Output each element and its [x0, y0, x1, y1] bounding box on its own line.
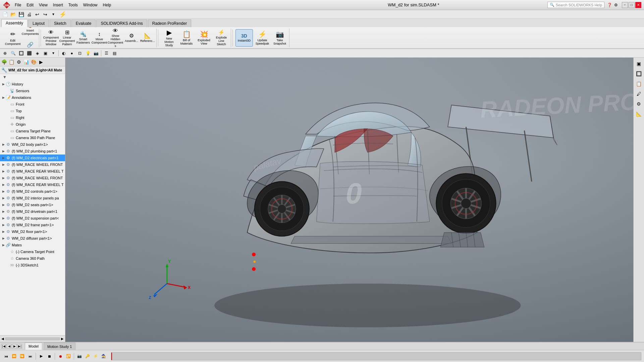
- tree-item-wheel-rear2[interactable]: ▶ ⚙ (f) WM_RACE REAR WHEEL T: [0, 181, 65, 188]
- rp-sketch-panel[interactable]: 🖊: [634, 89, 644, 99]
- tree-item-wheel-front2[interactable]: ▶ ⚙ (f) WM_RACE WHEEL FRONT: [0, 175, 65, 181]
- tree-tb-propmgr[interactable]: 📋: [8, 59, 15, 65]
- tree-item-diffuser[interactable]: ▶ ⚙ WM_D2 diffuser part<1>: [0, 235, 65, 242]
- tree-item-front[interactable]: ▭ Front: [0, 101, 65, 108]
- tl-play[interactable]: ▶: [38, 353, 45, 360]
- vt-camera[interactable]: 📷: [92, 50, 100, 57]
- reference-geometry-button[interactable]: 📐 Referenc...: [140, 29, 155, 47]
- tree-item-wheel-rear1[interactable]: ▶ ⚙ (f) WM_RACE REAR WHEEL T: [0, 168, 65, 175]
- component-preview-button[interactable]: 👁 ComponentPreview Window: [44, 29, 58, 47]
- save-button[interactable]: 💾: [17, 11, 25, 18]
- vt-edges[interactable]: ◈: [34, 50, 41, 57]
- tab-nav-prev[interactable]: ◀: [7, 344, 11, 349]
- tl-stop[interactable]: ⏹: [46, 353, 53, 360]
- menu-tools[interactable]: Tools: [66, 1, 80, 9]
- tl-record[interactable]: ⏺: [57, 353, 64, 360]
- tree-item-floor[interactable]: ▶ ⚙ WM_D2 floor part<1>: [0, 228, 65, 235]
- insert-components-button[interactable]: 📦 InsertComponents: [23, 27, 38, 37]
- new-motion-study-button[interactable]: ▶ New MotionStudy: [161, 29, 177, 47]
- rp-task-panel[interactable]: 📋: [634, 79, 644, 88]
- rp-feature-panel[interactable]: ⚙: [634, 99, 644, 109]
- solidworks-icon[interactable]: ⚡: [59, 11, 66, 18]
- tree-item-top[interactable]: ▭ Top: [0, 108, 65, 114]
- options-arrow[interactable]: ▼: [50, 11, 57, 18]
- viewport[interactable]: RADEON PRO: [65, 58, 633, 342]
- tree-item-wm-d2-plumbing[interactable]: ▶ ⚙ (f) WM_D2 plumbing part<1: [0, 148, 65, 155]
- menu-file[interactable]: File: [12, 1, 24, 9]
- update-speedpak-button[interactable]: ⚡ UpdateSpeedpak: [254, 29, 270, 47]
- scroll-right[interactable]: ▶: [61, 337, 64, 341]
- tab-nav-next[interactable]: ▶: [12, 344, 17, 349]
- tree-item-3dsketch1[interactable]: 3D (-) 3DSketch1: [0, 262, 65, 268]
- bill-of-materials-button[interactable]: 📋 Bill ofMaterials: [178, 29, 195, 47]
- settings-icon[interactable]: ⚙: [614, 3, 618, 7]
- tree-item-drivetrain[interactable]: ▶ ⚙ (f) WM_D2 drivetrain part<1: [0, 208, 65, 215]
- vt-display-mode[interactable]: ▼: [50, 50, 57, 57]
- tree-tb-expand[interactable]: ▶: [38, 59, 44, 65]
- rp-display-panel[interactable]: 🔲: [634, 69, 644, 78]
- tab-nav-first[interactable]: |◀: [1, 344, 6, 349]
- rp-reference-panel[interactable]: 📐: [634, 109, 644, 119]
- vt-ambient[interactable]: ●: [68, 50, 75, 57]
- tree-item-camera-360-path-plane[interactable]: ▭ Camera 360 Path Plane: [0, 134, 65, 141]
- undo-button[interactable]: ↩: [34, 11, 41, 18]
- tab-addins[interactable]: SOLIDWORKS Add-Ins: [96, 19, 147, 27]
- tree-item-history[interactable]: ▶ 🕐 History: [0, 81, 65, 87]
- tree-item-controls[interactable]: ▶ ⚙ (f) WM_D2 controls part<1>: [0, 188, 65, 195]
- tree-item-suspension[interactable]: ▶ ⚙ (f) WM_D2 suspension part<: [0, 215, 65, 222]
- tree-item-annotations[interactable]: ▶ 📝 Annotations: [0, 94, 65, 101]
- menu-help[interactable]: Help: [100, 1, 114, 9]
- vt-zoom-fit[interactable]: ⊕: [1, 50, 9, 57]
- tree-item-wm-d2-body[interactable]: ▶ ⚙ WM_D2 body part<1>: [0, 141, 65, 148]
- tree-item-origin[interactable]: ✛ Origin: [0, 121, 65, 128]
- help-icon[interactable]: ❓: [607, 3, 612, 7]
- redo-button[interactable]: ↪: [42, 11, 49, 18]
- tree-tb-configmgr[interactable]: ⚙: [15, 59, 22, 65]
- instant3d-button[interactable]: 3D Instant3D: [235, 29, 253, 47]
- tree-item-mates[interactable]: ▶ 🔗 Mates: [0, 242, 65, 248]
- minimize-button[interactable]: −: [622, 2, 628, 8]
- vt-zoom-window[interactable]: 🔍: [9, 50, 17, 57]
- tree-item-sensors[interactable]: 📡 Sensors: [0, 87, 65, 94]
- tab-assembly[interactable]: Assembly: [1, 19, 28, 27]
- tree-item-right[interactable]: ▭ Right: [0, 114, 65, 121]
- tl-key[interactable]: 🔑: [84, 353, 91, 360]
- print-button[interactable]: 🖨: [25, 11, 33, 18]
- tree-item-seats[interactable]: ▶ ⚙ (f) WM_D2 seats part<1>: [0, 201, 65, 208]
- smart-fasteners-button[interactable]: 🔩 SmartFasteners: [76, 29, 91, 47]
- edit-component-button[interactable]: ✏ EditComponent: [4, 29, 21, 47]
- tl-ff-end[interactable]: ⏭: [27, 353, 34, 360]
- tab-evaluate[interactable]: Evaluate: [71, 19, 96, 27]
- vt-render[interactable]: ▤: [111, 50, 118, 57]
- tree-item-wheel-front1[interactable]: ▶ ⚙ (f) WM_RACE WHEEL FRONT: [0, 161, 65, 168]
- vt-hidden[interactable]: ▣: [42, 50, 49, 57]
- search-box[interactable]: 🔍 Search SOLIDWORKS Help: [547, 2, 604, 8]
- scroll-track[interactable]: [5, 338, 60, 340]
- tab-motion-study-1[interactable]: Motion Study 1: [44, 343, 75, 350]
- vt-shadows[interactable]: ◐: [60, 50, 67, 57]
- vt-lights[interactable]: 💡: [84, 50, 92, 57]
- timeline-track[interactable]: [111, 352, 641, 360]
- menu-view[interactable]: View: [36, 1, 50, 9]
- tab-radeon[interactable]: Radeon ProRender: [148, 19, 191, 27]
- close-button[interactable]: ✕: [635, 2, 641, 8]
- tree-item-camera-target-plane[interactable]: ▭ Camera Target Plane: [0, 128, 65, 134]
- vt-shaded[interactable]: ⬛: [25, 50, 33, 57]
- tree-tb-dimanim[interactable]: 📊: [23, 59, 30, 65]
- tree-item-camera-target-point[interactable]: ☆ (-) Camera Target Point: [0, 248, 65, 255]
- vt-wireframe[interactable]: 🔲: [17, 50, 25, 57]
- move-component-button[interactable]: ↕ MoveComponent: [92, 29, 107, 47]
- tl-ff[interactable]: ⏩: [19, 353, 25, 360]
- exploded-view-button[interactable]: 💥 ExplodedView: [196, 29, 212, 47]
- tl-rewind-start[interactable]: ⏮: [3, 353, 9, 360]
- menu-window[interactable]: Window: [80, 1, 100, 9]
- menu-edit[interactable]: Edit: [24, 1, 36, 9]
- tree-tb-featuremgr[interactable]: 🌳: [1, 59, 7, 65]
- tree-tb-display[interactable]: 🎨: [30, 59, 37, 65]
- tree-item-interior[interactable]: ▶ ⚙ (f) WM_D2 interior panels pa: [0, 195, 65, 201]
- new-button[interactable]: 📄: [1, 11, 9, 18]
- tl-rewind[interactable]: ⏪: [11, 353, 17, 360]
- maximize-button[interactable]: □: [629, 2, 635, 8]
- tree-item-camera-360-path-item[interactable]: ☆ Camera 360 Path: [0, 255, 65, 262]
- menu-insert[interactable]: Insert: [50, 1, 66, 9]
